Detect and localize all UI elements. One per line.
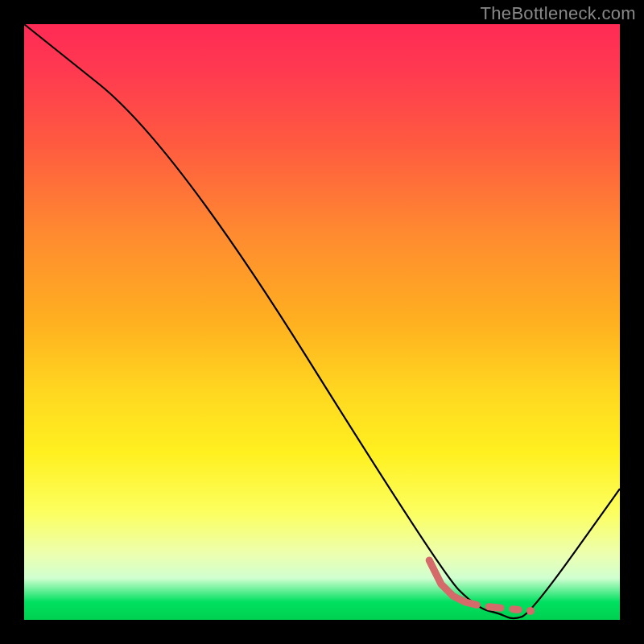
dash-segments [489, 607, 518, 610]
dash-segment [489, 607, 501, 609]
chart-plot-area [24, 24, 620, 620]
data-point [526, 607, 535, 615]
data-points [526, 607, 535, 615]
main-curve-path [24, 24, 620, 618]
dash-segment [513, 609, 518, 610]
chart-svg [24, 24, 620, 620]
watermark-label: TheBottleneck.com [481, 3, 636, 24]
